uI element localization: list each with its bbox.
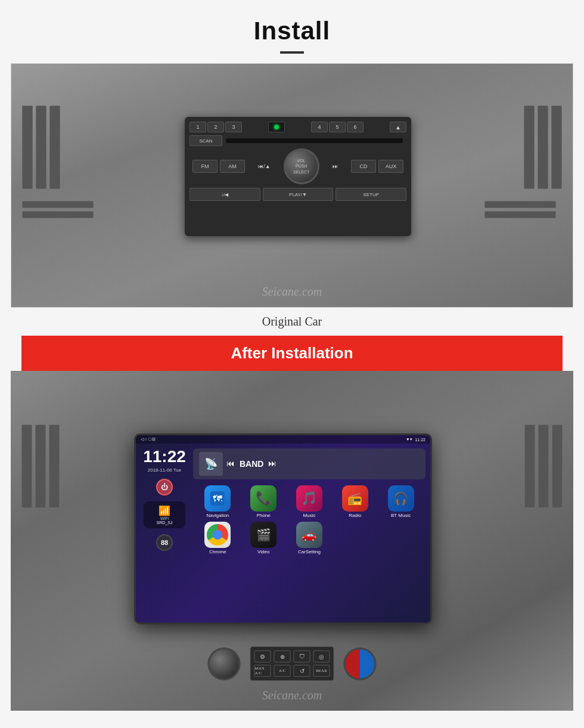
- svg-text:🗺: 🗺: [213, 494, 222, 504]
- navigation-app-icon[interactable]: 🗺: [204, 485, 231, 512]
- hvac-ac-max-btn[interactable]: MAX A/C: [254, 665, 271, 677]
- after-installation-banner: After Installation: [21, 336, 563, 371]
- preset-6[interactable]: 6: [347, 122, 364, 132]
- cd-button[interactable]: CD: [351, 160, 376, 173]
- chrome-app-icon[interactable]: [204, 522, 231, 548]
- volume-knob[interactable]: VOL PUSH SELECT: [284, 148, 319, 184]
- radio-station-icon: 📡: [199, 452, 223, 476]
- scan-button[interactable]: SCAN: [190, 135, 222, 146]
- carsetting-app-icon[interactable]: 🚗: [296, 522, 322, 548]
- title-divider: [280, 51, 304, 54]
- after-car-dashboard: ◁ ○ □ ⊟ ♥ ▾ 11:22 11:22: [11, 371, 573, 711]
- banner-text: After Installation: [231, 344, 353, 362]
- page-title: Install: [0, 17, 584, 45]
- time-display: 11:22: [143, 448, 186, 465]
- status-right: ♥ ▾ 11:22: [406, 437, 425, 442]
- hvac-rear-btn[interactable]: REAR: [313, 665, 330, 677]
- app-grid: 🗺 Navigation 📞 Phone: [193, 483, 425, 557]
- radio-widget: 📡 ⏮ BAND ⏭: [193, 448, 425, 479]
- status-left-icons: ◁ ○ □ ⊟: [141, 437, 156, 442]
- hvac-ac-btn[interactable]: A/C: [274, 665, 291, 677]
- play-button[interactable]: PLAY/▼: [263, 188, 334, 201]
- center-panel: 📡 ⏮ BAND ⏭: [193, 448, 425, 557]
- preset-2[interactable]: 2: [207, 122, 224, 132]
- right-hvac-knob[interactable]: [344, 648, 377, 680]
- music-app-icon[interactable]: 🎵: [296, 485, 322, 512]
- left-hvac-knob[interactable]: [208, 648, 241, 680]
- btmusic-app-icon[interactable]: 🎧: [388, 485, 414, 512]
- wifi-widget: 📶 WiFi SRD_SJ: [144, 501, 185, 528]
- app-chrome[interactable]: Chrome: [197, 522, 239, 554]
- chrome-label: Chrome: [209, 549, 226, 554]
- hvac-front-btn[interactable]: ⛉: [294, 650, 310, 662]
- btmusic-label: BT Music: [391, 513, 411, 518]
- radio-prev-btn[interactable]: ⏮: [226, 459, 235, 469]
- app-radio[interactable]: 📻 Radio: [334, 485, 376, 518]
- original-car-section: 1 2 3 4 5 6 ▲: [11, 63, 573, 711]
- preset-1[interactable]: 1: [190, 122, 206, 132]
- left-panel: 11:22 2018-11-06 Tue ⏻ 📶 WiFi: [141, 448, 188, 557]
- navigation-label: Navigation: [206, 513, 229, 518]
- app-btmusic[interactable]: 🎧 BT Music: [380, 485, 422, 518]
- power-button[interactable]: [268, 122, 285, 132]
- android-screen: ◁ ○ □ ⊟ ♥ ▾ 11:22 11:22: [136, 435, 430, 622]
- app-navigation[interactable]: 🗺 Navigation: [197, 485, 239, 518]
- radio-band: BAND: [240, 459, 263, 469]
- hvac-controls: ⚙ ⊕ ⛉ ◎ MAX A/C A/C ↺ REAR: [208, 646, 377, 681]
- aux-button[interactable]: AUX: [378, 160, 403, 173]
- app-music[interactable]: 🎵 Music: [288, 485, 331, 518]
- preset-3[interactable]: 3: [225, 122, 242, 132]
- preset-5[interactable]: 5: [329, 122, 346, 132]
- date-display: 2018-11-06 Tue: [148, 467, 182, 473]
- music-button[interactable]: ♪/◀: [190, 188, 260, 201]
- after-right-vents: [524, 419, 563, 526]
- status-time: 11:22: [415, 438, 425, 442]
- setup-button[interactable]: SETUP: [336, 188, 406, 201]
- page-header: Install: [0, 0, 584, 63]
- hvac-recirc-btn[interactable]: ↺: [294, 665, 310, 677]
- after-left-vents: [21, 419, 60, 526]
- am-button[interactable]: AM: [220, 160, 245, 173]
- phone-app-icon[interactable]: 📞: [250, 485, 277, 512]
- radio-unit: 1 2 3 4 5 6 ▲: [185, 117, 411, 236]
- carsetting-label: CarSetting: [298, 549, 321, 554]
- fm-button[interactable]: FM: [192, 160, 218, 173]
- after-installation-image: ◁ ○ □ ⊟ ♥ ▾ 11:22 11:22: [11, 371, 573, 711]
- radio-controls: ⏮ BAND ⏭: [226, 459, 277, 469]
- phone-label: Phone: [257, 513, 271, 518]
- video-app-icon[interactable]: 🎬: [250, 522, 277, 548]
- car-dashboard: 1 2 3 4 5 6 ▲: [11, 64, 573, 307]
- num-widget[interactable]: 88: [156, 534, 173, 551]
- right-vents: [484, 100, 562, 219]
- radio-next-btn[interactable]: ⏭: [268, 459, 277, 469]
- music-label: Music: [303, 513, 316, 518]
- original-car-caption: Original Car: [11, 308, 573, 336]
- android-head-unit[interactable]: ◁ ○ □ ⊟ ♥ ▾ 11:22 11:22: [134, 433, 432, 624]
- power-widget[interactable]: ⏻: [156, 479, 173, 495]
- radio-app-icon[interactable]: 📻: [342, 485, 368, 512]
- left-vents: [22, 100, 100, 219]
- hvac-defrost-btn[interactable]: ◎: [313, 650, 330, 662]
- preset-4[interactable]: 4: [311, 122, 328, 132]
- hvac-button-panel: ⚙ ⊕ ⛉ ◎ MAX A/C A/C ↺ REAR: [250, 646, 334, 681]
- cd-slot: [226, 138, 403, 143]
- hvac-fan-btn[interactable]: ⚙: [254, 650, 271, 662]
- app-phone[interactable]: 📞 Phone: [243, 485, 285, 518]
- original-car-image: 1 2 3 4 5 6 ▲: [11, 63, 573, 308]
- hvac-mode-btn[interactable]: ⊕: [274, 650, 291, 662]
- watermark-after: Seicane.com: [11, 689, 573, 702]
- video-label: Video: [257, 549, 269, 554]
- eject-button[interactable]: ▲: [390, 122, 406, 132]
- app-carsetting[interactable]: 🚗 CarSetting: [288, 522, 331, 554]
- radio-label: Radio: [349, 513, 361, 518]
- status-bar: ◁ ○ □ ⊟ ♥ ▾ 11:22: [136, 435, 430, 444]
- app-video[interactable]: 🎬 Video: [243, 522, 285, 554]
- page-container: Install: [0, 0, 584, 711]
- watermark-original: Seicane.com: [11, 285, 573, 299]
